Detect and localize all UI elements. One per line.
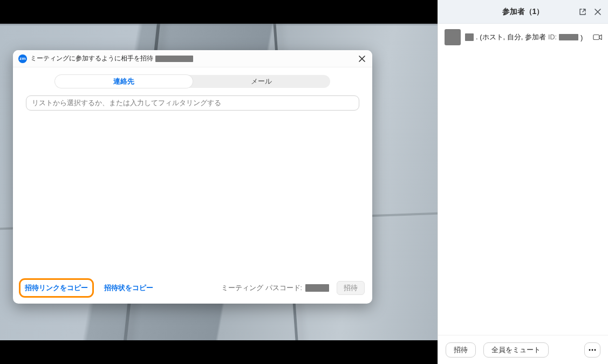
footer-more-button[interactable] [584,342,600,358]
dialog-header: zm ミーティングに参加するように相手を招待 [13,50,372,67]
dialog-tabs: 連絡先 メール [13,67,372,88]
passcode-label: ミーティング パスコード: [221,284,302,293]
dialog-footer: 招待リンクをコピー 招待状をコピー ミーティング パスコード: 招待 [13,274,372,304]
copy-invitation-button[interactable]: 招待状をコピー [100,280,158,296]
tab-mail[interactable]: メール [193,75,330,88]
zoom-logo-icon: zm [18,54,27,63]
invite-submit-button[interactable]: 招待 [337,281,365,295]
participant-name-redacted [465,33,474,41]
footer-mute-all-button[interactable]: 全員をミュート [483,342,549,358]
panel-header: 参加者（1） [438,0,608,24]
participant-id-redacted [559,34,578,40]
svg-rect-0 [593,35,599,40]
contact-search-input[interactable] [26,95,359,111]
dialog-close-button[interactable] [356,53,368,65]
panel-footer: 招待 全員をミュート [438,335,608,364]
meeting-passcode: ミーティング パスコード: [221,284,329,293]
tab-contacts[interactable]: 連絡先 [55,75,193,88]
participant-meta: . (ホスト, 自分, 参加者 [476,32,546,42]
svg-point-2 [592,349,593,351]
popout-icon [579,8,586,16]
footer-invite-button[interactable]: 招待 [446,342,476,358]
dialog-title: ミーティングに参加するように相手を招待 [30,54,193,63]
participant-name: . (ホスト, 自分, 参加者 ID: ) [465,32,583,42]
close-icon [359,56,365,62]
panel-title: 参加者（1） [502,7,544,17]
close-icon [594,8,602,16]
search-wrap [13,88,372,111]
participant-meta-close: ) [580,33,583,42]
panel-body [438,50,608,335]
dialog-title-redacted [155,56,193,62]
ellipsis-icon [589,349,596,351]
dialog-body [13,111,372,274]
participant-row[interactable]: . (ホスト, 自分, 参加者 ID: ) [438,24,608,50]
video-icon [593,33,603,41]
invite-dialog: zm ミーティングに参加するように相手を招待 連絡先 メール [13,50,372,304]
avatar [445,29,461,45]
svg-point-3 [595,349,596,351]
video-area: zm ミーティングに参加するように相手を招待 連絡先 メール [0,0,438,364]
dialog-title-text: ミーティングに参加するように相手を招待 [30,54,153,63]
panel-popout-button[interactable] [577,6,589,18]
participant-id-label: ID: [548,33,557,41]
copy-invite-link-button[interactable]: 招待リンクをコピー [21,280,92,296]
panel-close-button[interactable] [592,6,604,18]
participants-panel: 参加者（1） . (ホスト, 自分, 参加者 ID: ) [438,0,608,364]
svg-point-1 [589,349,591,351]
passcode-redacted [305,284,329,292]
